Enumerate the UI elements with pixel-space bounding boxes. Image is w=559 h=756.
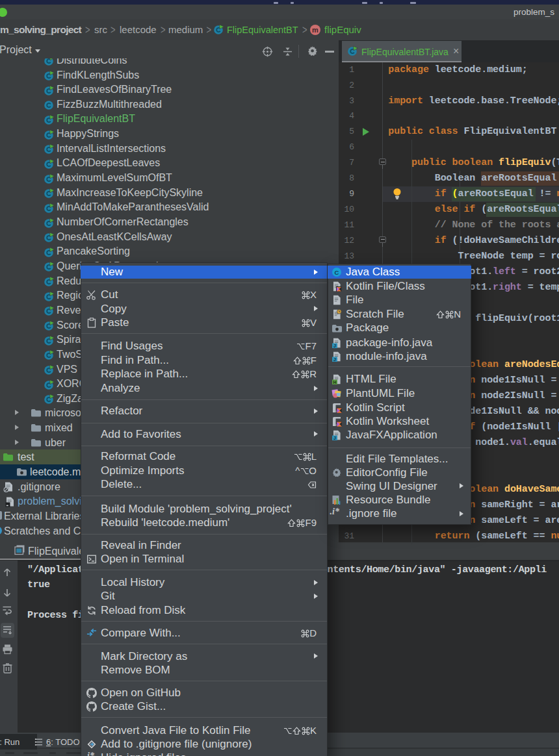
svg-text:J: J [333,357,336,362]
svg-text:J: J [333,343,336,347]
svg-text:H: H [333,380,336,384]
svg-text:C: C [334,269,339,276]
svg-text:J: J [333,436,336,440]
